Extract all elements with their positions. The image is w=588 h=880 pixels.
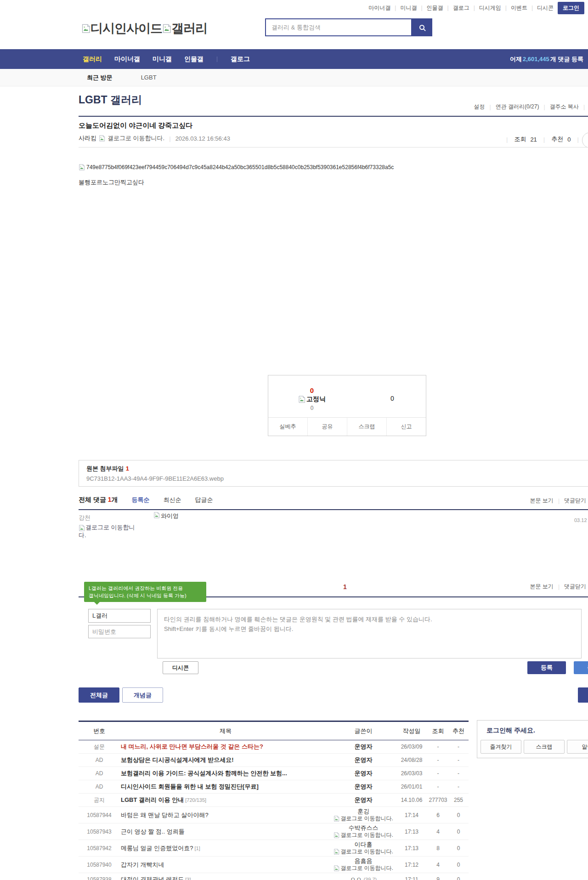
post-title-link[interactable]: 보험갤러리 이용 가이드: 공식설계사와 함께하는 안전한 보험... [121, 770, 287, 777]
post-title-link[interactable]: 갑자기 개빡치네 [121, 861, 164, 868]
post-writer[interactable]: 운영자 [355, 783, 373, 790]
sidebar-buttons: 즐겨찾기스크랩알림 [477, 740, 588, 758]
topbar-link[interactable]: 미니갤 [400, 4, 417, 12]
topbar-link[interactable]: 마이너갤 [368, 4, 390, 12]
login-button[interactable]: 로그인 [558, 2, 584, 14]
post-title-link[interactable]: 내 며느리, 사위로 만나면 부담스러울 것 같은 스타는? [121, 743, 263, 750]
broken-image-icon [334, 832, 339, 838]
nav-item[interactable]: 미니갤 [153, 55, 172, 63]
post-writer[interactable]: 운영자 [355, 770, 373, 777]
separator: | [505, 5, 507, 11]
post-title-link[interactable]: 보험상담은 디시공식설계사에게 받으세요! [121, 756, 234, 763]
post-title-link[interactable]: 근이 영상 짤 점.. 엉릐들 [121, 828, 185, 835]
nav-item[interactable]: 인물갤 [184, 55, 204, 63]
topbar-link[interactable]: 갤로그 [453, 4, 469, 12]
post-writer[interactable]: 운영자 [355, 756, 373, 763]
comment-sort-option[interactable]: 답글순 [195, 496, 213, 504]
post-views: 9 [428, 876, 448, 880]
vote-action-button[interactable]: 스크랩 [347, 418, 386, 436]
topbar-link[interactable]: 디시게임 [479, 4, 501, 12]
post-likes: 0 [448, 862, 469, 868]
view-post-link[interactable]: 본문 보기 [530, 583, 554, 590]
commenter-nickname[interactable]: 강천 [79, 514, 143, 522]
close-comments-link[interactable]: 댓글닫기 [564, 583, 586, 590]
broken-image-icon [99, 135, 105, 142]
search-button[interactable] [411, 18, 432, 36]
board-rows: 설문내 며느리, 사위로 만나면 부담스러울 것 같은 스타는?운영자26/03… [79, 740, 469, 880]
tab-concept-posts[interactable]: 개념글 [122, 687, 163, 703]
post-writer-nickname[interactable]: 수박쥬스스 [331, 824, 396, 831]
post-date: 26/03/03 [396, 770, 428, 777]
tab-all-posts[interactable]: 전체글 [79, 687, 119, 703]
topbar-link[interactable]: 인물갤 [427, 4, 443, 12]
nav-item[interactable]: 마이너갤 [114, 55, 140, 63]
post-title-cell: 보험상담은 디시공식설계사에게 받으세요! [120, 756, 331, 764]
post-author[interactable]: 사라킴 [79, 134, 96, 142]
attachment-label: 원본 첨부파일 [86, 465, 124, 472]
page-number[interactable]: 1 [343, 583, 347, 590]
vote-up-block: 0 고정닉 0 [284, 386, 339, 411]
post-title-link[interactable]: 디시인사이드 회원들을 위한 내 보험 정밀진단[무료] [121, 783, 259, 790]
gallog-link[interactable]: 갤로그로 이동합니다. [331, 848, 396, 855]
post-title-link[interactable]: 바텀은 왜 맨날 당하고 살아야해? [121, 812, 209, 818]
fixed-nick-button[interactable]: 고정닉 [284, 395, 339, 403]
vote-action-button[interactable]: 신고 [386, 418, 426, 436]
gallery-link[interactable]: 갤주소 복사 [550, 103, 579, 111]
comment-password-input[interactable] [88, 625, 151, 638]
post-title-link[interactable]: 대정이 경제관념 레전드 [121, 876, 184, 880]
vote-action-button[interactable]: 실베추 [268, 418, 307, 436]
post-title-link[interactable]: LGBT 갤러리 이용 안내 [121, 796, 184, 803]
gallog-link[interactable]: 갤로그로 이동합니다. [79, 523, 137, 539]
nav-item[interactable]: 갤러리 [83, 55, 102, 63]
counter-value: 2,601,445 [523, 56, 549, 62]
gallog-link[interactable]: 갤로그로 이동합니다. [331, 815, 396, 822]
post-views: 277703 [428, 797, 448, 803]
post-writer: ㅇㅇ (39.7) [350, 876, 377, 880]
gallery-link[interactable]: 연관 갤러리(0/27) [496, 103, 539, 111]
write-post-button[interactable] [578, 687, 588, 703]
topbar-link[interactable]: 이벤트 [511, 4, 527, 12]
nav-item[interactable]: 갤로그 [231, 55, 250, 63]
sidebar-button[interactable]: 스크랩 [524, 740, 565, 754]
gallog-link[interactable]: 갤로그로 이동합니다. [331, 864, 396, 872]
post-writer-nickname[interactable]: 음흠음 [331, 857, 396, 864]
login-message: 로그인해 주세요. [477, 721, 588, 740]
broken-image-icon [79, 525, 85, 531]
comment-nickname-input[interactable] [88, 609, 151, 623]
comment-textarea[interactable]: 타인의 권리를 침해하거나 명예를 훼손하는 댓글은 운영원칙 및 관련 법률에… [157, 609, 582, 659]
breadcrumb-current[interactable]: LGBT [141, 74, 157, 81]
dccon-button[interactable]: 디시콘 [163, 661, 198, 674]
board-row: AD보험갤러리 이용 가이드: 공식설계사와 함께하는 안전한 보험...운영자… [79, 767, 469, 780]
view-post-link[interactable]: 본문 보기 [530, 497, 554, 505]
close-comments-link[interactable]: 댓글닫기 [564, 497, 586, 505]
post-title-link[interactable]: 메롱님 얼굴 인증했었어효? [121, 845, 193, 852]
sidebar-button[interactable]: 알림 [567, 740, 588, 754]
broken-image-icon [81, 24, 90, 33]
post-writer[interactable]: 운영자 [355, 796, 373, 803]
separator: | [395, 5, 396, 11]
views-label: 조회 [514, 135, 526, 143]
post-writer-nickname[interactable]: 훈깅 [331, 808, 396, 815]
post-date: 24/08/28 [396, 757, 428, 763]
topbar-link[interactable]: 디시콘 [537, 4, 554, 12]
post-title-cell: LGBT 갤러리 이용 안내[720/135] [120, 796, 331, 804]
sidebar-button[interactable]: 즐겨찾기 [481, 740, 521, 754]
vote-action-button[interactable]: 공유 [307, 418, 347, 436]
post-date: 26/01/01 [396, 783, 428, 790]
comment-submit-button-secondary[interactable]: 등록 [574, 661, 588, 674]
textarea-placeholder-line: 타인의 권리를 침해하거나 명예를 훼손하는 댓글은 운영원칙 및 관련 법률에… [164, 614, 575, 624]
round-action-button[interactable] [582, 132, 588, 148]
site-logo[interactable]: 디시인사이드갤러리 [81, 20, 207, 37]
gallog-link[interactable]: 갤로그로 이동합니다. [107, 134, 164, 142]
gallog-link[interactable]: 갤로그로 이동합니다. [331, 831, 396, 839]
separator: | [531, 5, 533, 11]
broken-image-icon [298, 396, 305, 403]
post-writer-nickname[interactable]: 이다홀 [331, 841, 396, 848]
gallery-link[interactable]: 설정 [474, 103, 485, 111]
comment-sort-option[interactable]: 최신순 [164, 496, 181, 504]
post-writer[interactable]: 운영자 [355, 743, 373, 750]
comment-submit-button[interactable]: 등록 [527, 661, 566, 674]
search-input[interactable] [265, 18, 411, 36]
attachment-filename[interactable]: 9C731B12-1AA3-49A4-9F9F-9BE11E2A6E63.web… [86, 475, 588, 482]
comment-sort-option[interactable]: 등록순 [132, 496, 150, 504]
